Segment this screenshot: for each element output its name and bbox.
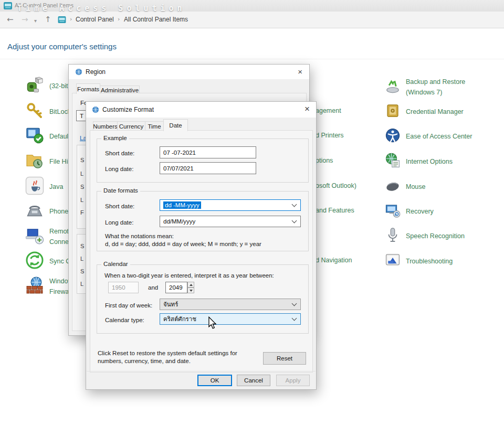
panel-item-fragment[interactable]: and Features bbox=[316, 207, 354, 214]
label-fragment: S bbox=[80, 243, 84, 249]
notation-line: d, dd = day; ddd, dddd = day of week; M … bbox=[105, 241, 261, 247]
customize-dialog-titlebar[interactable]: Customize Format × bbox=[86, 102, 316, 118]
panel-item-mouse[interactable]: Mouse bbox=[385, 178, 426, 196]
tab-formats[interactable]: Formats bbox=[76, 83, 100, 94]
panel-item-recovery[interactable]: Recovery bbox=[385, 203, 434, 220]
example-long-date-value: 07/07/2021 bbox=[160, 162, 256, 174]
panel-item-fragment[interactable]: ptions bbox=[316, 157, 333, 164]
breadcrumb-control-panel[interactable]: Control Panel bbox=[76, 16, 114, 23]
panel-item-fragment[interactable]: d Navigation bbox=[316, 257, 352, 264]
first-day-of-week-combobox[interactable]: จันทร์ bbox=[160, 299, 301, 310]
reset-button[interactable]: Reset bbox=[263, 352, 306, 365]
mouse-icon bbox=[385, 178, 401, 196]
tab-label: Time bbox=[148, 123, 161, 130]
example-legend: Example bbox=[101, 135, 129, 141]
value-text: 1950 bbox=[112, 284, 125, 291]
panel-item-label: Ease of Access Center bbox=[406, 131, 472, 142]
up-icon[interactable]: ↑ bbox=[45, 16, 51, 24]
customize-dialog-title: Customize Format bbox=[102, 106, 154, 113]
mouse-cursor-icon bbox=[208, 316, 217, 332]
example-short-date-value: 07 -07-2021 bbox=[160, 146, 256, 158]
panel-item-fragment[interactable]: d Printers bbox=[316, 132, 344, 139]
panel-item-troubleshooting[interactable]: Troubleshooting bbox=[385, 252, 453, 270]
spinner-up-icon[interactable] bbox=[187, 282, 194, 288]
calendar-legend: Calendar bbox=[101, 261, 130, 267]
recovery-icon bbox=[385, 203, 401, 220]
panel-item-internet-options[interactable]: Internet Options bbox=[385, 153, 453, 171]
label-fragment: L bbox=[80, 281, 83, 287]
panel-item-speech-recognition[interactable]: Speech Recognition bbox=[385, 227, 465, 245]
example-long-date-label: Long date: bbox=[105, 166, 133, 172]
chevron-down-icon bbox=[292, 301, 297, 306]
watermark-text: Time Access Solution bbox=[17, 4, 186, 13]
long-date-format-combobox[interactable]: dd/MM/yyyy bbox=[160, 216, 301, 227]
breadcrumb-location-icon bbox=[58, 16, 66, 25]
combo-value-selected: dd -MM-yyyy bbox=[163, 201, 201, 209]
value-text: 2049 bbox=[169, 284, 183, 291]
chevron-down-icon bbox=[292, 316, 297, 321]
example-group: Example Short date: 07 -07-2021 Long dat… bbox=[97, 139, 309, 183]
value-text: 07/07/2021 bbox=[163, 165, 194, 172]
breadcrumb-separator: › bbox=[118, 16, 120, 23]
button-label: OK bbox=[211, 377, 219, 384]
apply-button[interactable]: Apply bbox=[276, 375, 310, 386]
screen: All Control Panel Items Time Access Solu… bbox=[0, 0, 504, 436]
ease-of-access-icon bbox=[385, 127, 401, 145]
file-history-icon bbox=[25, 151, 44, 172]
example-short-date-label: Short date: bbox=[105, 150, 134, 156]
short-date-format-label: Short date: bbox=[105, 203, 134, 209]
year-to-field[interactable]: 2049 bbox=[165, 282, 187, 293]
panel-item-fragment[interactable]: agement bbox=[316, 107, 341, 114]
region-dialog-title: Region bbox=[86, 68, 106, 76]
app-32bit-icon bbox=[25, 76, 44, 97]
internet-options-icon bbox=[385, 153, 401, 171]
label-fragment: L bbox=[80, 197, 83, 203]
backup-restore-icon bbox=[385, 78, 401, 96]
default-programs-icon bbox=[25, 126, 44, 147]
panel-item-fragment[interactable]: osoft Outlook) bbox=[316, 182, 356, 189]
forward-icon[interactable]: → bbox=[22, 16, 28, 24]
spinner-down-icon[interactable] bbox=[187, 288, 194, 293]
label-fragment: L bbox=[80, 171, 83, 177]
combo-value: จันทร์ bbox=[163, 300, 178, 309]
panel-item-credential-manager[interactable]: Credential Manager bbox=[385, 103, 464, 121]
button-label: Cancel bbox=[244, 377, 263, 384]
notation-heading: What the notations mean: bbox=[105, 233, 174, 239]
panel-item-java[interactable]: Java bbox=[25, 176, 63, 197]
close-icon[interactable]: × bbox=[298, 68, 302, 76]
speech-recognition-icon bbox=[385, 227, 401, 245]
calendar-type-label: Calendar type: bbox=[105, 317, 144, 323]
chevron-down-icon bbox=[292, 202, 297, 207]
button-label: Apply bbox=[286, 377, 301, 384]
short-date-format-combobox[interactable]: dd -MM-yyyy bbox=[160, 199, 301, 211]
label-fragment: S bbox=[80, 184, 84, 190]
back-icon[interactable]: ← bbox=[7, 16, 14, 24]
date-formats-legend: Date formats bbox=[101, 187, 140, 194]
panel-item-backup-restore[interactable]: Backup and Restore (Windows 7) bbox=[385, 77, 465, 98]
combo-value: dd/MM/yyyy bbox=[163, 218, 195, 225]
breadcrumb-all-items[interactable]: All Control Panel Items bbox=[124, 16, 188, 23]
and-label: and bbox=[148, 284, 158, 291]
breadcrumb-separator: › bbox=[70, 16, 72, 23]
calendar-type-combobox[interactable]: คริสต์ศักราช bbox=[160, 313, 301, 325]
ok-button[interactable]: OK bbox=[197, 375, 232, 386]
year-to-spinner[interactable] bbox=[187, 282, 194, 293]
combo-value: คริสต์ศักราช bbox=[163, 314, 196, 324]
panel-item-ease-of-access[interactable]: Ease of Access Center bbox=[385, 127, 472, 145]
tab-label: Numbers bbox=[93, 123, 118, 130]
tab-label: Formats bbox=[77, 86, 99, 92]
recent-pages-chevron-icon[interactable]: ▾ bbox=[34, 17, 37, 25]
panel-item-32bit[interactable]: (32-bit) bbox=[25, 76, 70, 97]
panel-item-label: Recovery bbox=[406, 206, 434, 217]
button-label: Reset bbox=[277, 355, 292, 361]
tab-date[interactable]: Date bbox=[163, 119, 188, 131]
reset-description-line2: numbers, currency, time, and date. bbox=[98, 357, 191, 365]
region-dialog-titlebar[interactable]: Region × bbox=[69, 65, 309, 79]
close-icon[interactable]: × bbox=[304, 105, 310, 113]
panel-item-label: (32-bit) bbox=[49, 81, 70, 91]
long-date-format-label: Long date: bbox=[105, 219, 133, 226]
cancel-button[interactable]: Cancel bbox=[237, 375, 270, 386]
calendar-group: Calendar When a two-digit year is entere… bbox=[97, 264, 309, 334]
panel-item-label: Internet Options bbox=[406, 156, 453, 167]
heading-divider bbox=[0, 59, 504, 59]
